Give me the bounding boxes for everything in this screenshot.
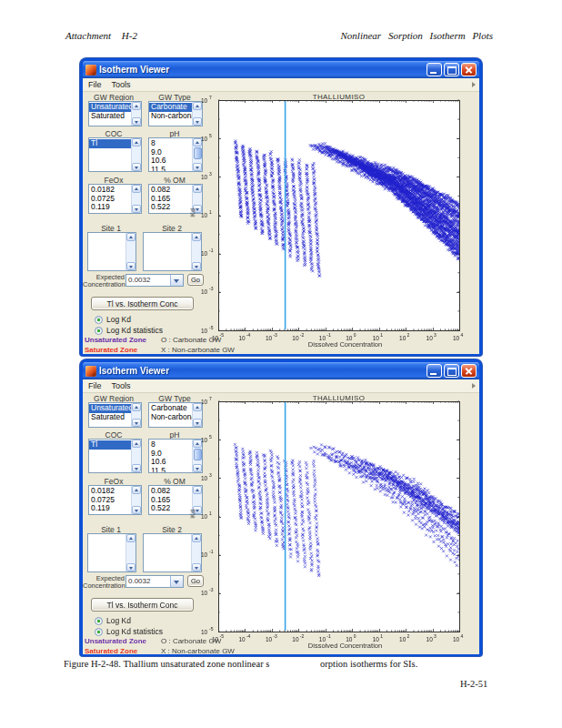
- isotherm-plot: THALLIUMISO Dissolved Concentration Kd: [194, 393, 471, 655]
- figure-caption-left: Figure H-2-48. Thallium unsaturated zone…: [64, 659, 269, 669]
- log-kd-radio[interactable]: [95, 617, 103, 625]
- maximize-button[interactable]: [444, 63, 459, 76]
- menu-overflow-arrow[interactable]: [472, 82, 476, 87]
- listbox-item[interactable]: Non-carbonate: [149, 112, 192, 121]
- site1-listbox[interactable]: [87, 533, 136, 572]
- scroll-down-icon[interactable]: [126, 262, 135, 270]
- menu-bar: File Tools: [83, 379, 479, 393]
- scatter-plot-canvas: [194, 92, 471, 352]
- gw-region-listbox[interactable]: UnsaturatedSaturated: [88, 101, 142, 126]
- scroll-up-icon[interactable]: [132, 185, 141, 193]
- scroll-up-icon[interactable]: [132, 440, 141, 448]
- listbox-item[interactable]: 0.522: [149, 203, 192, 212]
- header-title: Nonlinear Sorption Isotherm Plots: [300, 30, 493, 41]
- vertical-scrollbar[interactable]: [125, 534, 135, 571]
- isotherm-viewer-window: Isotherm Viewer File Tools GW Region GW …: [80, 58, 482, 356]
- scroll-down-icon[interactable]: [132, 464, 141, 472]
- app-icon: [85, 366, 96, 377]
- expected-conc-label-line2: Concentration:: [83, 581, 125, 590]
- log-kd-statistics-radio[interactable]: [95, 327, 103, 335]
- scatter-plot-canvas: [194, 393, 471, 653]
- vertical-scrollbar[interactable]: [125, 233, 135, 270]
- listbox-item[interactable]: Saturated: [89, 112, 131, 121]
- scroll-down-icon[interactable]: [132, 117, 141, 126]
- close-button[interactable]: [461, 63, 477, 76]
- dropdown-arrow-icon[interactable]: [170, 576, 183, 587]
- site1-listbox[interactable]: [87, 232, 136, 271]
- vertical-scrollbar[interactable]: [131, 185, 141, 213]
- window-title: Isotherm Viewer: [99, 366, 424, 376]
- plot-x-axis-label: Dissolved Concentration: [206, 642, 484, 650]
- gw-region-listbox[interactable]: UnsaturatedSaturated: [88, 402, 142, 428]
- dropdown-arrow-icon[interactable]: [170, 275, 183, 286]
- feox-listbox[interactable]: 0.01820.07250.119: [88, 184, 142, 214]
- vertical-scrollbar[interactable]: [131, 486, 141, 514]
- menu-tools[interactable]: Tools: [112, 80, 131, 89]
- isotherm-viewer-window: Isotherm Viewer File Tools GW Region GW …: [80, 359, 482, 656]
- scroll-down-icon[interactable]: [132, 163, 141, 171]
- listbox-item[interactable]: 0.119: [89, 504, 131, 513]
- listbox-item[interactable]: Non-carbonate: [149, 413, 192, 422]
- window-client-area: GW Region GW Type UnsaturatedSaturated C…: [83, 393, 479, 654]
- expected-conc-value: 0.0032: [126, 275, 170, 286]
- plot-y-axis-label: Kd: [188, 208, 196, 217]
- menu-file[interactable]: File: [88, 381, 102, 390]
- feox-listbox[interactable]: 0.01820.07250.119: [88, 485, 142, 515]
- log-kd-statistics-radio[interactable]: [95, 628, 103, 636]
- listbox-item[interactable]: 11.5: [149, 467, 192, 473]
- menu-bar: File Tools: [83, 78, 479, 92]
- figure-caption-right: orption isotherms for SIs.: [320, 659, 417, 669]
- listbox-item[interactable]: Tl: [89, 139, 131, 148]
- log-kd-radio[interactable]: [95, 316, 103, 324]
- expected-conc-label-line2: Concentration:: [83, 280, 125, 288]
- scroll-up-icon[interactable]: [132, 403, 141, 411]
- listbox-item[interactable]: 11.5: [149, 166, 192, 172]
- app-icon: [85, 65, 96, 76]
- scroll-up-icon[interactable]: [132, 486, 141, 494]
- legend-saturated-zone: Saturated Zone: [85, 647, 137, 655]
- listbox-item[interactable]: 0.522: [149, 504, 192, 513]
- window-title: Isotherm Viewer: [99, 65, 424, 75]
- menu-tools[interactable]: Tools: [112, 381, 131, 390]
- plot-x-axis-label: Dissolved Concentration: [206, 340, 484, 349]
- window-client-area: GW Region GW Type UnsaturatedSaturated C…: [83, 92, 479, 354]
- coc-listbox[interactable]: Tl: [88, 137, 142, 172]
- window-titlebar: Isotherm Viewer: [83, 362, 479, 379]
- log-kd-radio-label: Log Kd: [106, 315, 131, 324]
- scroll-up-icon[interactable]: [126, 233, 135, 241]
- isotherm-plot: THALLIUMISO Dissolved Concentration Kd: [194, 92, 471, 354]
- scroll-up-icon[interactable]: [132, 138, 141, 147]
- scroll-up-icon[interactable]: [126, 534, 135, 542]
- draw-isotherm-button[interactable]: Tl vs. Isotherm Conc: [91, 297, 194, 310]
- expected-conc-dropdown[interactable]: 0.0032: [125, 575, 184, 588]
- scroll-down-icon[interactable]: [132, 506, 141, 514]
- scroll-down-icon[interactable]: [132, 419, 141, 427]
- page-number: H-2-51: [460, 679, 487, 689]
- listbox-item[interactable]: Saturated: [89, 413, 131, 422]
- legend-unsaturated-zone: Unsaturated Zone: [85, 336, 146, 344]
- listbox-item[interactable]: Tl: [89, 440, 131, 450]
- minimize-button[interactable]: [427, 63, 442, 76]
- expected-conc-value: 0.0032: [126, 576, 170, 587]
- window-titlebar: Isotherm Viewer: [83, 61, 479, 78]
- listbox-item[interactable]: 0.119: [89, 203, 131, 212]
- vertical-scrollbar[interactable]: [131, 440, 141, 472]
- plot-y-axis-label: Kd: [188, 510, 196, 519]
- menu-overflow-arrow[interactable]: [472, 383, 476, 389]
- scroll-down-icon[interactable]: [126, 563, 135, 571]
- log-kd-statistics-radio-label: Log Kd statistics: [106, 326, 163, 335]
- log-kd-statistics-radio-label: Log Kd statistics: [106, 627, 163, 636]
- coc-listbox[interactable]: Tl: [88, 439, 142, 473]
- scroll-up-icon[interactable]: [132, 102, 141, 110]
- scroll-down-icon[interactable]: [132, 205, 141, 213]
- maximize-button[interactable]: [444, 364, 459, 378]
- vertical-scrollbar[interactable]: [131, 403, 141, 427]
- vertical-scrollbar[interactable]: [131, 138, 141, 171]
- menu-file[interactable]: File: [88, 80, 102, 89]
- vertical-scrollbar[interactable]: [131, 102, 141, 126]
- legend-unsaturated-zone: Unsaturated Zone: [85, 637, 146, 645]
- close-button[interactable]: [461, 364, 477, 378]
- expected-conc-dropdown[interactable]: 0.0032: [125, 274, 184, 287]
- minimize-button[interactable]: [427, 364, 442, 378]
- draw-isotherm-button[interactable]: Tl vs. Isotherm Conc: [91, 598, 194, 612]
